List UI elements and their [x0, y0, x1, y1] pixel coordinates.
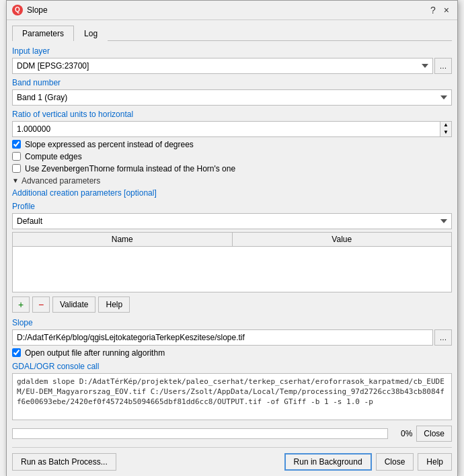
- band-number-row: Band 1 (Gray): [12, 89, 452, 106]
- spinbox-buttons: ▲ ▼: [440, 121, 452, 137]
- app-icon: Q: [12, 5, 23, 15]
- table-name-header: Name: [13, 233, 233, 246]
- titlebar-left: Q Slope: [12, 5, 48, 15]
- titlebar: Q Slope ? ×: [7, 1, 457, 20]
- help-table-button[interactable]: Help: [98, 296, 130, 313]
- table-body: [13, 247, 451, 288]
- ratio-spinbox[interactable]: [12, 121, 440, 137]
- advanced-arrow-icon: ▼: [12, 177, 19, 184]
- compute-edges-row: Compute edges: [12, 152, 452, 161]
- progress-row: 0% Close: [12, 426, 452, 442]
- validate-button[interactable]: Validate: [52, 296, 95, 313]
- spinbox-down-button[interactable]: ▼: [440, 129, 451, 136]
- input-layer-dropdown[interactable]: DDM [EPSG:23700]: [12, 58, 433, 74]
- close-title-button[interactable]: ×: [441, 5, 452, 15]
- gdal-console: gdaldem slope D:/AdatTérKép/projektek/pa…: [12, 373, 452, 420]
- slope-output-row: …: [12, 329, 452, 346]
- open-output-checkbox[interactable]: [12, 348, 21, 357]
- titlebar-buttons: ? ×: [428, 5, 452, 15]
- profile-row: Default: [12, 213, 452, 229]
- slope-percent-checkbox[interactable]: [12, 140, 21, 149]
- table-buttons: + − Validate Help: [12, 296, 452, 313]
- remove-row-button[interactable]: −: [32, 296, 50, 313]
- tab-log[interactable]: Log: [74, 26, 108, 41]
- compute-edges-label[interactable]: Compute edges: [25, 152, 82, 161]
- use-formula-checkbox[interactable]: [12, 164, 21, 173]
- input-layer-row: DDM [EPSG:23700] …: [12, 58, 452, 74]
- profile-dropdown[interactable]: Default: [12, 213, 452, 229]
- spinbox-up-button[interactable]: ▲: [440, 122, 451, 129]
- use-formula-label[interactable]: Use ZevenbergenThorne formula instead of…: [25, 164, 235, 173]
- progress-bar: [12, 428, 388, 439]
- input-layer-label: Input layer: [12, 46, 452, 56]
- advanced-section: ▼ Advanced parameters: [12, 176, 452, 186]
- slope-percent-row: Slope expressed as percent instead of de…: [12, 140, 452, 149]
- tab-parameters[interactable]: Parameters: [12, 26, 74, 41]
- help-button[interactable]: Help: [418, 453, 452, 471]
- slope-dialog: Q Slope ? × Parameters Log Input layer D…: [6, 0, 458, 476]
- advanced-label: Advanced parameters: [22, 176, 100, 186]
- run-batch-button[interactable]: Run as Batch Process...: [12, 453, 116, 471]
- band-number-label: Band number: [12, 78, 452, 87]
- advanced-toggle[interactable]: ▼ Advanced parameters: [12, 176, 452, 186]
- open-output-label[interactable]: Open output file after running algorithm: [25, 348, 165, 358]
- tab-bar: Parameters Log: [12, 26, 452, 41]
- help-title-button[interactable]: ?: [428, 5, 438, 15]
- progress-text: 0%: [392, 429, 412, 438]
- ratio-spinbox-row: ▲ ▼: [12, 121, 452, 137]
- slope-output-label: Slope: [12, 318, 452, 327]
- run-background-button[interactable]: Run in Background: [284, 453, 372, 471]
- cancel-button[interactable]: Close: [416, 426, 452, 442]
- gdal-label: GDAL/OGR console call: [12, 362, 452, 371]
- dialog-content: Parameters Log Input layer DDM [EPSG:237…: [7, 20, 457, 476]
- slope-percent-label[interactable]: Slope expressed as percent instead of de…: [25, 140, 194, 149]
- add-row-button[interactable]: +: [12, 296, 30, 313]
- compute-edges-checkbox[interactable]: [12, 152, 21, 161]
- table-header: Name Value: [13, 233, 451, 247]
- use-formula-row: Use ZevenbergenThorne formula instead of…: [12, 164, 452, 173]
- ratio-label: Ratio of vertical units to horizontal: [12, 110, 452, 119]
- dialog-title: Slope: [27, 5, 48, 15]
- band-number-dropdown[interactable]: Band 1 (Gray): [12, 89, 452, 106]
- creation-params-table: Name Value: [12, 232, 452, 292]
- slope-output-browse-button[interactable]: …: [434, 329, 452, 346]
- additional-params-label: Additional creation parameters [optional…: [12, 188, 452, 198]
- bottom-buttons: Run as Batch Process... Run in Backgroun…: [12, 447, 452, 471]
- open-output-row: Open output file after running algorithm: [12, 348, 452, 358]
- close-button[interactable]: Close: [376, 453, 414, 471]
- table-value-header: Value: [233, 233, 452, 246]
- slope-output-input[interactable]: [12, 329, 433, 346]
- input-layer-browse-button[interactable]: …: [434, 58, 452, 74]
- profile-label: Profile: [12, 202, 452, 211]
